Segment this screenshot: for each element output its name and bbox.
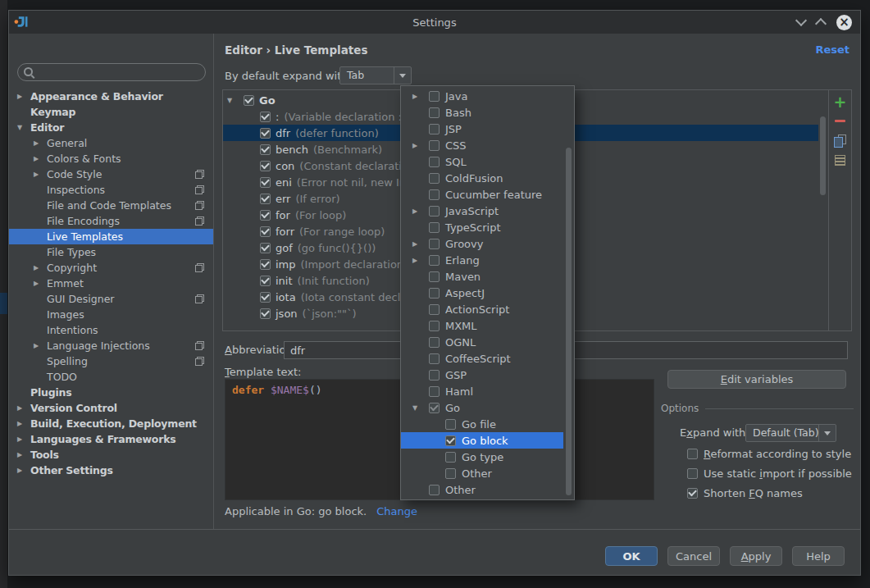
minimize-icon[interactable]: [795, 15, 807, 26]
context-checkbox[interactable]: [429, 403, 440, 413]
expand-arrow-icon[interactable]: ▶: [34, 280, 47, 287]
template-checkbox[interactable]: [260, 210, 271, 221]
sidebar-item[interactable]: ▶ Copyright: [9, 260, 213, 276]
sidebar-item[interactable]: ▶ Languages & Frameworks: [9, 431, 213, 447]
context-checkbox[interactable]: [429, 353, 440, 364]
context-checkbox[interactable]: [429, 91, 440, 102]
sidebar-item[interactable]: Plugins: [9, 385, 213, 400]
expand-arrow-icon[interactable]: ▶: [17, 93, 30, 100]
context-item[interactable]: MXML: [401, 317, 563, 334]
context-item[interactable]: Other: [401, 465, 563, 481]
sidebar-item[interactable]: ▶ Colors & Fonts: [9, 151, 213, 166]
sidebar-item[interactable]: GUI Designer: [9, 291, 213, 307]
context-checkbox[interactable]: [429, 485, 440, 495]
template-checkbox[interactable]: [260, 161, 271, 171]
popup-scrollbar-thumb[interactable]: [566, 148, 572, 495]
expand-arrow-icon[interactable]: ▶: [34, 171, 47, 178]
context-item[interactable]: Go file: [401, 416, 563, 432]
context-checkbox[interactable]: [429, 386, 440, 397]
context-item[interactable]: CoffeeScript: [401, 350, 563, 367]
context-checkbox[interactable]: [445, 452, 456, 463]
context-item[interactable]: AspectJ: [401, 285, 563, 301]
option-checkbox-row[interactable]: Shorten FQ names: [687, 483, 854, 503]
sidebar-item[interactable]: Spelling: [9, 353, 213, 369]
settings-search-input[interactable]: [17, 63, 206, 81]
context-checkbox[interactable]: [429, 370, 440, 381]
template-checkbox[interactable]: [260, 308, 271, 319]
context-checkbox[interactable]: [429, 304, 440, 315]
change-link[interactable]: Change: [376, 505, 417, 517]
expand-arrow-icon[interactable]: ▶: [17, 435, 30, 443]
template-checkbox[interactable]: [260, 226, 271, 237]
default-expand-select[interactable]: Tab: [339, 66, 412, 84]
template-checkbox[interactable]: [260, 292, 271, 303]
expand-arrow-icon[interactable]: ▼: [412, 404, 423, 412]
context-item[interactable]: ▼ Go: [401, 399, 563, 416]
sidebar-item[interactable]: ▶ Build, Execution, Deployment: [9, 416, 213, 431]
expand-arrow-icon[interactable]: ▶: [17, 451, 30, 458]
sidebar-item[interactable]: ▶ General: [9, 135, 213, 151]
template-checkbox[interactable]: [260, 259, 271, 270]
expand-arrow-icon[interactable]: ▶: [17, 404, 30, 412]
option-checkbox[interactable]: [687, 449, 698, 459]
template-checkbox[interactable]: [260, 144, 271, 155]
cancel-button[interactable]: Cancel: [667, 546, 720, 566]
close-icon[interactable]: ×: [836, 15, 852, 30]
taskbar-item[interactable]: [0, 293, 7, 314]
context-checkbox[interactable]: [429, 255, 440, 266]
context-item[interactable]: Cucumber feature: [401, 186, 563, 203]
context-checkbox[interactable]: [429, 157, 440, 167]
list-scrollbar-thumb[interactable]: [820, 116, 826, 195]
context-checkbox[interactable]: [429, 321, 440, 331]
context-checkbox[interactable]: [429, 189, 440, 200]
sidebar-item[interactable]: File and Code Templates: [9, 198, 213, 213]
sidebar-item[interactable]: Intentions: [9, 322, 213, 338]
apply-button[interactable]: Apply: [730, 546, 782, 566]
sidebar-item[interactable]: TODO: [9, 369, 213, 385]
expand-arrow-icon[interactable]: ▶: [412, 207, 423, 215]
expand-arrow-icon[interactable]: ▶: [412, 93, 423, 100]
expand-arrow-icon[interactable]: ▶: [17, 420, 30, 427]
sidebar-item[interactable]: Inspections: [9, 182, 213, 198]
ok-button[interactable]: OK: [605, 546, 658, 566]
chevron-down-icon[interactable]: [394, 67, 411, 84]
context-checkbox[interactable]: [429, 140, 440, 151]
context-item[interactable]: ▶ Java: [401, 88, 563, 104]
context-item[interactable]: Go type: [401, 449, 563, 465]
expand-arrow-icon[interactable]: ▶: [34, 139, 47, 147]
context-item[interactable]: OGNL: [401, 334, 563, 350]
template-checkbox[interactable]: [260, 112, 271, 122]
expand-arrow-icon[interactable]: ▼: [227, 97, 239, 104]
context-item[interactable]: Bash: [401, 104, 563, 121]
option-checkbox[interactable]: [687, 468, 698, 479]
maximize-icon[interactable]: [815, 18, 827, 30]
context-checkbox[interactable]: [445, 419, 456, 430]
sidebar-item[interactable]: ▶ Appearance & Behavior: [9, 89, 213, 104]
context-item[interactable]: ActionScript: [401, 301, 563, 317]
context-item[interactable]: GSP: [401, 367, 563, 383]
context-checkbox[interactable]: [429, 107, 440, 118]
expand-arrow-icon[interactable]: ▶: [412, 142, 423, 149]
context-item[interactable]: TypeScript: [401, 219, 563, 235]
sidebar-item[interactable]: ▶ Language Injections: [9, 338, 213, 353]
sidebar-item[interactable]: Keymap: [9, 104, 213, 120]
sidebar-item[interactable]: Images: [9, 307, 213, 322]
option-checkbox-row[interactable]: Reformat according to style: [687, 444, 854, 463]
context-checkbox[interactable]: [429, 271, 440, 282]
context-item[interactable]: Other: [401, 481, 563, 498]
expand-arrow-icon[interactable]: ▶: [412, 257, 423, 264]
sidebar-item[interactable]: File Encodings: [9, 213, 213, 229]
template-checkbox[interactable]: [260, 243, 271, 253]
template-checkbox[interactable]: [260, 128, 271, 139]
context-checkbox[interactable]: [429, 173, 440, 184]
option-checkbox[interactable]: [687, 488, 698, 499]
template-checkbox[interactable]: [260, 276, 271, 286]
expand-arrow-icon[interactable]: ▶: [17, 467, 30, 474]
context-checkbox[interactable]: [429, 206, 440, 217]
expand-arrow-icon[interactable]: ▶: [34, 342, 47, 349]
context-item[interactable]: Maven: [401, 268, 563, 285]
sidebar-item[interactable]: File Types: [9, 244, 213, 260]
context-item[interactable]: Go block: [401, 432, 563, 449]
context-item[interactable]: ColdFusion: [401, 170, 563, 186]
sidebar-item[interactable]: ▶ Emmet: [9, 276, 213, 291]
